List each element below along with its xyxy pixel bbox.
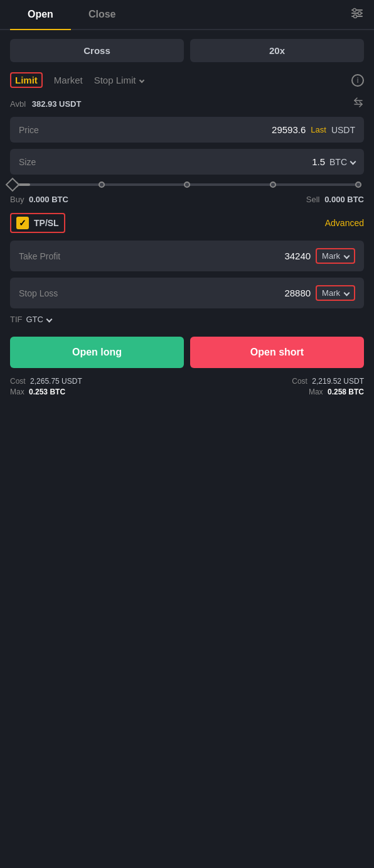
long-cost-value: 2,265.75 USDT (30, 377, 82, 386)
order-type-market[interactable]: Market (54, 75, 83, 85)
take-profit-mark-dropdown[interactable]: Mark (316, 248, 355, 264)
order-type-stop-limit[interactable]: Stop Limit (94, 75, 144, 85)
svg-point-5 (354, 14, 357, 18)
buy-sell-labels: Buy 0.000 BTC Sell 0.000 BTC (10, 195, 364, 204)
stop-loss-value: 28880 (284, 288, 311, 298)
slider-thumb[interactable] (6, 178, 20, 192)
tif-label: TIF (10, 315, 23, 324)
open-long-button[interactable]: Open long (10, 337, 184, 368)
action-buttons: Open long Open short (10, 337, 364, 368)
tpsl-checkbox[interactable]: ✓ (16, 217, 29, 229)
short-max-line: Max 0.258 BTC (187, 388, 364, 396)
take-profit-chevron-icon (344, 253, 350, 259)
buy-label: Buy 0.000 BTC (10, 195, 68, 204)
short-cost-value: 2,219.52 USDT (312, 377, 364, 386)
short-cost-col: Cost 2,219.52 USDT Max 0.258 BTC (187, 377, 364, 398)
info-icon[interactable]: i (351, 74, 364, 87)
size-dropdown[interactable]: 1.5 BTC (312, 156, 355, 167)
price-field[interactable]: Price 29593.6 Last USDT (10, 117, 364, 143)
take-profit-unit: Mark (322, 251, 340, 261)
open-short-button[interactable]: Open short (190, 337, 364, 368)
svg-point-4 (358, 11, 361, 14)
tab-close[interactable]: Close (71, 0, 134, 29)
tab-bar: Open Close (0, 0, 374, 30)
long-cost-col: Cost 2,265.75 USDT Max 0.253 BTC (10, 377, 187, 398)
long-max-line: Max 0.253 BTC (10, 388, 187, 396)
take-profit-label: Take Profit (19, 251, 60, 261)
stop-limit-chevron-icon (139, 77, 144, 82)
tif-dropdown[interactable]: GTC (26, 315, 51, 324)
tif-row: TIF GTC (10, 315, 364, 324)
leverage-button[interactable]: 20x (190, 39, 364, 62)
avbl-label: Avbl 382.93 USDT (10, 99, 81, 109)
price-label: Price (19, 125, 39, 135)
slider-dot-100 (355, 182, 361, 188)
size-unit: BTC (329, 157, 347, 167)
stop-loss-chevron-icon (344, 290, 350, 296)
advanced-link[interactable]: Advanced (325, 218, 364, 228)
take-profit-field[interactable]: Take Profit 34240 Mark (10, 241, 364, 271)
sell-value: 0.000 BTC (324, 195, 364, 204)
price-tag: Last (311, 125, 326, 134)
take-profit-right: 34240 Mark (284, 248, 355, 264)
size-chevron-icon (350, 159, 356, 165)
slider-dot-75 (270, 182, 276, 188)
price-unit: USDT (331, 125, 355, 135)
long-cost-line: Cost 2,265.75 USDT (10, 377, 187, 386)
size-value: 1.5 (312, 156, 325, 167)
size-field[interactable]: Size 1.5 BTC (10, 149, 364, 175)
stop-loss-unit: Mark (322, 288, 340, 298)
price-value: 29593.6 (272, 124, 306, 135)
price-value-group: 29593.6 Last USDT (272, 124, 355, 135)
transfer-icon[interactable] (353, 97, 364, 111)
avbl-value: 382.93 USDT (32, 99, 82, 109)
size-label: Size (19, 157, 36, 167)
tpsl-checkbox-group[interactable]: ✓ TP/SL (10, 213, 65, 233)
slider-dot-50 (184, 182, 190, 188)
tab-open[interactable]: Open (10, 0, 71, 29)
sell-label: Sell 0.000 BTC (306, 195, 364, 204)
short-max-value: 0.258 BTC (328, 388, 364, 396)
slider-dot-25 (99, 182, 105, 188)
cost-info-row: Cost 2,265.75 USDT Max 0.253 BTC Cost 2,… (10, 377, 364, 398)
slider-container[interactable] (10, 183, 364, 186)
stop-loss-field[interactable]: Stop Loss 28880 Mark (10, 278, 364, 308)
slider-dots (13, 182, 361, 188)
main-content: Cross 20x Limit Market Stop Limit i Avbl… (0, 30, 374, 868)
tif-value: GTC (26, 315, 43, 324)
stop-loss-label: Stop Loss (19, 288, 58, 298)
svg-point-3 (353, 8, 356, 11)
slider-track[interactable] (13, 183, 361, 186)
stop-loss-mark-dropdown[interactable]: Mark (316, 285, 355, 301)
mode-row: Cross 20x (10, 39, 364, 62)
take-profit-value: 34240 (284, 251, 311, 261)
long-max-value: 0.253 BTC (29, 388, 65, 396)
settings-icon[interactable] (350, 6, 364, 23)
short-cost-line: Cost 2,219.52 USDT (187, 377, 364, 386)
order-type-row: Limit Market Stop Limit i (10, 72, 364, 88)
tif-chevron-icon (46, 317, 53, 323)
check-icon: ✓ (19, 218, 26, 228)
buy-value: 0.000 BTC (29, 195, 68, 204)
stop-loss-right: 28880 Mark (284, 285, 355, 301)
cross-button[interactable]: Cross (10, 39, 184, 62)
tpsl-label: TP/SL (34, 218, 59, 228)
order-type-limit[interactable]: Limit (10, 72, 43, 88)
avbl-row: Avbl 382.93 USDT (10, 97, 364, 111)
tpsl-header: ✓ TP/SL Advanced (10, 213, 364, 233)
